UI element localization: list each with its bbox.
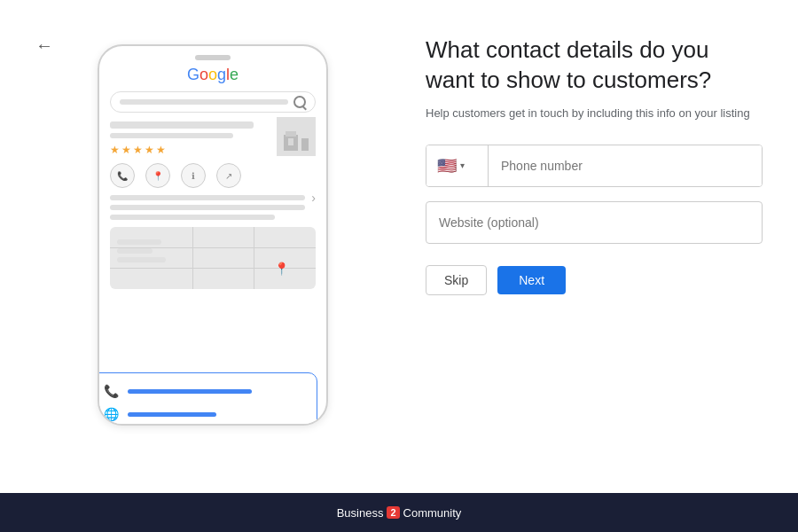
star-2: ★ xyxy=(121,144,131,156)
dropdown-arrow-icon: ▾ xyxy=(460,160,465,170)
share-icon: ↗ xyxy=(216,163,241,188)
phone-contact-row: 📞 xyxy=(104,384,304,398)
form-subtitle: Help customers get in touch by including… xyxy=(426,106,763,120)
business-image xyxy=(277,117,316,156)
website-input[interactable] xyxy=(426,201,763,244)
desc-line-1 xyxy=(110,195,305,200)
contact-info-box: 📞 🌐 xyxy=(98,372,317,426)
search-icon xyxy=(293,96,306,108)
description-section: › xyxy=(110,195,316,220)
star-3: ★ xyxy=(133,144,143,156)
map-line-2 xyxy=(117,248,153,254)
footer-badge: 2 xyxy=(387,506,399,519)
phone-content: Google xyxy=(99,66,326,289)
map-line-3 xyxy=(117,257,166,262)
phone-contact-icon: 📞 xyxy=(104,384,119,398)
phone-subtitle-line xyxy=(110,133,233,138)
footer: Business 2 Community xyxy=(0,493,798,532)
next-button[interactable]: Next xyxy=(497,266,566,294)
form-title: What contact details do you want to show… xyxy=(426,35,745,96)
phone-number-input[interactable] xyxy=(489,145,762,186)
phone-top-bar xyxy=(99,46,326,66)
phone-mockup-section: ← Google xyxy=(35,27,372,475)
chevron-right-icon: › xyxy=(311,191,316,205)
footer-community-text: Community xyxy=(403,506,462,520)
search-bar-fill xyxy=(120,99,288,105)
svg-rect-2 xyxy=(286,131,296,137)
google-logo-text: G xyxy=(187,66,200,83)
web-contact-icon: 🌐 xyxy=(104,407,119,421)
desc-line-2 xyxy=(110,205,305,210)
map-area: 📍 xyxy=(110,227,316,289)
location-icon: 📍 xyxy=(145,163,170,188)
web-contact-row: 🌐 xyxy=(104,407,304,421)
stars-section: ★ ★ ★ ★ ★ xyxy=(110,144,316,156)
phone-title-line xyxy=(110,121,254,129)
star-5: ★ xyxy=(156,144,166,156)
google-logo: Google xyxy=(110,66,316,84)
phone-search-bar xyxy=(110,91,316,113)
web-contact-line xyxy=(128,412,216,417)
map-pin-icon: 📍 xyxy=(274,262,289,276)
back-button[interactable]: ← xyxy=(35,35,53,56)
svg-rect-4 xyxy=(288,138,293,145)
phone-input-group: 🇺🇸 ▾ xyxy=(426,145,763,187)
phone-mockup: Google xyxy=(98,44,328,426)
map-grid-v2 xyxy=(254,227,254,289)
stars-row: ★ ★ ★ ★ ★ xyxy=(110,144,270,156)
svg-rect-3 xyxy=(301,138,309,151)
map-labels xyxy=(117,236,166,266)
call-icon: 📞 xyxy=(110,163,135,188)
desc-line-3 xyxy=(110,215,275,220)
phone-contact-line xyxy=(128,389,252,394)
star-4: ★ xyxy=(145,144,154,156)
star-1: ★ xyxy=(110,144,120,156)
country-selector[interactable]: 🇺🇸 ▾ xyxy=(426,145,489,186)
map-grid-v1 xyxy=(192,227,193,289)
website-input-group xyxy=(426,201,763,244)
footer-business-text: Business xyxy=(337,506,384,520)
form-section: What contact details do you want to show… xyxy=(372,27,763,475)
country-flag: 🇺🇸 xyxy=(437,156,457,176)
map-line-1 xyxy=(117,239,161,245)
phone-input-row: 🇺🇸 ▾ xyxy=(426,145,763,187)
phone-camera xyxy=(195,55,231,60)
action-icons-row: 📞 📍 ℹ ↗ xyxy=(110,163,316,188)
info-icon: ℹ xyxy=(181,163,206,188)
skip-button[interactable]: Skip xyxy=(426,265,487,295)
button-row: Skip Next xyxy=(426,265,763,295)
